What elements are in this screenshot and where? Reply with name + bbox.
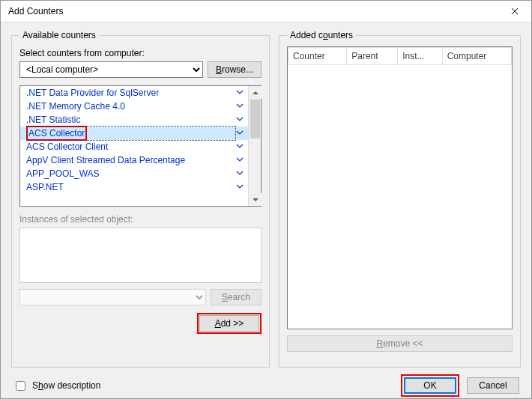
- instances-listbox[interactable]: [19, 228, 262, 283]
- chevron-down-icon[interactable]: [236, 101, 244, 112]
- added-counters-legend: Added counters: [287, 30, 356, 40]
- chevron-down-icon: [253, 198, 259, 201]
- titlebar: Add Counters: [1, 1, 531, 22]
- select-computer-label: Select counters from computer:: [19, 48, 262, 58]
- counter-item-label: .NET Memory Cache 4.0: [26, 101, 236, 112]
- scroll-down-button[interactable]: [249, 193, 262, 206]
- close-icon: [511, 7, 519, 15]
- counter-item[interactable]: ACS Collector: [20, 127, 248, 140]
- column-header[interactable]: Counter: [288, 48, 347, 65]
- counter-scrollbar[interactable]: [248, 86, 261, 206]
- instances-label: Instances of selected object:: [19, 214, 262, 225]
- counter-item[interactable]: .NET Data Provider for SqlServer: [20, 86, 248, 100]
- counter-item-label: ACS Collector: [26, 126, 236, 141]
- counter-item-label: AppV Client Streamed Data Percentage: [26, 155, 236, 165]
- window-title: Add Counters: [8, 6, 500, 16]
- counter-item[interactable]: ASP.NET: [20, 180, 248, 194]
- counter-item-label: ASP.NET: [26, 182, 236, 192]
- counter-item[interactable]: APP_POOL_WAS: [20, 167, 248, 180]
- counter-item-label: .NET Data Provider for SqlServer: [26, 88, 236, 98]
- available-counters-group: Available counters Select counters from …: [11, 30, 270, 368]
- close-button[interactable]: [500, 1, 530, 22]
- chevron-down-icon[interactable]: [236, 141, 244, 152]
- column-header[interactable]: Computer: [442, 48, 511, 65]
- browse-button[interactable]: Browse...: [208, 61, 262, 78]
- chevron-down-icon[interactable]: [236, 88, 244, 98]
- chevron-down-icon[interactable]: [236, 128, 244, 138]
- add-counters-dialog: Add Counters Available counters Select c…: [0, 0, 532, 399]
- counter-list[interactable]: .NET Data Provider for SqlServer.NET Mem…: [20, 86, 248, 206]
- counter-item-highlight: ACS Collector: [26, 126, 87, 141]
- show-description-checkbox[interactable]: Show description: [13, 379, 401, 393]
- counter-item[interactable]: .NET Statistic: [20, 113, 248, 127]
- show-description-input[interactable]: [16, 381, 25, 391]
- added-counters-group: Added counters CounterParentInst...Compu…: [279, 30, 521, 368]
- add-button[interactable]: Add >>: [199, 315, 259, 332]
- chevron-up-icon: [253, 91, 259, 94]
- ok-button[interactable]: OK: [404, 377, 456, 394]
- added-counters-table[interactable]: CounterParentInst...Computer: [288, 47, 512, 65]
- counter-item[interactable]: ACS Collector Client: [20, 140, 248, 153]
- chevron-down-icon[interactable]: [236, 182, 244, 192]
- computer-select[interactable]: <Local computer>: [19, 61, 203, 78]
- added-counters-table-box: CounterParentInst...Computer: [287, 46, 513, 329]
- remove-button: Remove <<: [287, 335, 513, 352]
- chevron-down-icon[interactable]: [236, 115, 244, 125]
- column-header[interactable]: Inst...: [398, 48, 442, 65]
- add-button-highlight: Add >>: [197, 313, 262, 334]
- counter-list-box: .NET Data Provider for SqlServer.NET Mem…: [19, 85, 262, 207]
- counter-item[interactable]: .NET Memory Cache 4.0: [20, 100, 248, 113]
- dialog-footer: Show description OK Cancel: [1, 368, 531, 399]
- chevron-down-icon[interactable]: [236, 168, 244, 179]
- ok-button-highlight: OK: [401, 374, 459, 397]
- cancel-button[interactable]: Cancel: [467, 377, 519, 394]
- instance-search-select: [19, 289, 206, 305]
- column-header[interactable]: Parent: [347, 48, 398, 65]
- scroll-thumb[interactable]: [250, 100, 260, 138]
- counter-item-label: .NET Statistic: [26, 115, 236, 125]
- counter-item[interactable]: AppV Client Streamed Data Percentage: [20, 153, 248, 167]
- scroll-up-button[interactable]: [249, 86, 262, 99]
- available-counters-legend: Available counters: [19, 30, 99, 40]
- chevron-down-icon[interactable]: [236, 155, 244, 165]
- counter-item-label: ACS Collector Client: [26, 141, 236, 152]
- search-button: Search: [211, 289, 262, 305]
- show-description-label: Show description: [32, 380, 100, 391]
- counter-item-label: APP_POOL_WAS: [26, 168, 236, 179]
